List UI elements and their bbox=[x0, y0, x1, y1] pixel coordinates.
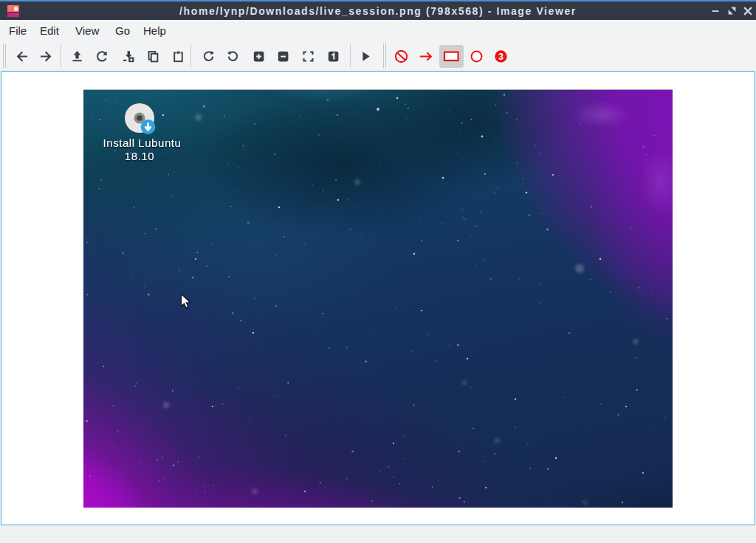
svg-text:3: 3 bbox=[499, 51, 504, 61]
svg-text:Install Lubuntu: Install Lubuntu bbox=[103, 136, 182, 149]
svg-text:18.10: 18.10 bbox=[125, 150, 154, 162]
